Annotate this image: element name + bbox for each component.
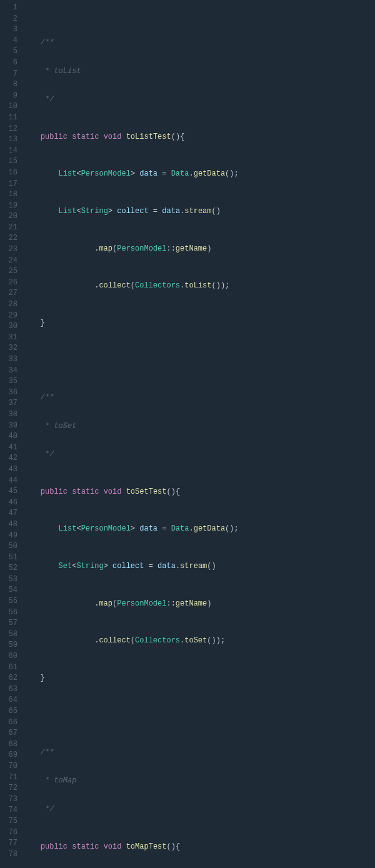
code-line: */ (22, 94, 375, 106)
line-number: 62 (0, 673, 18, 684)
line-number: 26 (0, 277, 18, 289)
code-line: /** (22, 392, 375, 404)
line-number: 42 (0, 453, 18, 464)
line-number: 15 (0, 156, 18, 167)
code-line: public static void toSetTest(){ (22, 487, 375, 498)
code-line: public static void toListTest(){ (22, 132, 375, 143)
line-number: 66 (0, 717, 18, 729)
line-number: 7 (0, 69, 18, 80)
line-number: 51 (0, 552, 18, 564)
line-number: 45 (0, 486, 18, 497)
code-area[interactable]: /** * toList */ public static void toLis… (22, 2, 375, 868)
line-number: 47 (0, 508, 18, 519)
code-line: List<PersonModel> data = Data.getData(); (22, 169, 375, 180)
line-number: 5 (0, 46, 18, 57)
code-line (22, 355, 375, 366)
code-line: */ (22, 449, 375, 461)
line-number: 52 (0, 563, 18, 574)
line-number: 48 (0, 519, 18, 531)
line-number: 12 (0, 124, 18, 135)
line-number: 13 (0, 134, 18, 146)
line-number: 2 (0, 14, 18, 25)
line-number: 59 (0, 640, 18, 651)
line-number: 19 (0, 201, 18, 212)
code-line: List<String> collect = data.stream() (22, 206, 375, 217)
line-number: 53 (0, 574, 18, 586)
code-line: } (22, 673, 375, 684)
line-number: 71 (0, 772, 18, 784)
line-number: 35 (0, 376, 18, 387)
code-line: .collect(Collectors.toSet()); (22, 636, 375, 647)
line-number: 23 (0, 244, 18, 256)
line-number: 8 (0, 79, 18, 91)
line-number: 54 (0, 585, 18, 596)
code-line: * toSet (22, 421, 375, 432)
line-number: 74 (0, 805, 18, 816)
line-number: 56 (0, 607, 18, 619)
line-number: 73 (0, 794, 18, 806)
line-number: 60 (0, 651, 18, 662)
line-number: 69 (0, 750, 18, 761)
line-number: 77 (0, 838, 18, 849)
line-number: 41 (0, 442, 18, 454)
code-line: .map(PersonModel::getName) (22, 244, 375, 255)
line-number: 30 (0, 321, 18, 332)
line-number: 44 (0, 476, 18, 487)
line-number: 36 (0, 387, 18, 399)
line-number: 10 (0, 101, 18, 112)
line-number-gutter: 1234567891011121314151617181920212223242… (0, 2, 22, 868)
line-number: 58 (0, 629, 18, 641)
line-number: 9 (0, 91, 18, 102)
line-number: 16 (0, 167, 18, 179)
line-number: 31 (0, 332, 18, 344)
line-number: 33 (0, 354, 18, 366)
code-line: .collect(Collectors.toList()); (22, 281, 375, 292)
line-number: 32 (0, 343, 18, 354)
line-number: 24 (0, 256, 18, 267)
line-number: 76 (0, 827, 18, 839)
code-line: } (22, 318, 375, 329)
code-line: Set<String> collect = data.stream() (22, 561, 375, 572)
line-number: 61 (0, 662, 18, 674)
line-number: 72 (0, 783, 18, 794)
line-number: 28 (0, 299, 18, 311)
line-number: 43 (0, 464, 18, 476)
line-number: 14 (0, 146, 18, 157)
line-number: 27 (0, 288, 18, 299)
line-number: 37 (0, 398, 18, 409)
line-number: 20 (0, 211, 18, 222)
line-number: 68 (0, 739, 18, 751)
line-number: 55 (0, 596, 18, 607)
code-line: * toMap (22, 776, 375, 787)
code-line: List<PersonModel> data = Data.getData(); (22, 524, 375, 535)
line-number: 57 (0, 618, 18, 629)
line-number: 22 (0, 233, 18, 244)
code-line: /** (22, 747, 375, 759)
line-number: 3 (0, 24, 18, 36)
code-line (22, 710, 375, 721)
code-line: /** (22, 37, 375, 49)
line-number: 11 (0, 112, 18, 124)
line-number: 39 (0, 421, 18, 432)
code-line: * toList (22, 66, 375, 77)
line-number: 64 (0, 695, 18, 706)
code-line: public static void toMapTest(){ (22, 842, 375, 853)
line-number: 46 (0, 497, 18, 509)
line-number: 1 (0, 2, 18, 14)
line-number: 29 (0, 311, 18, 322)
line-number: 40 (0, 431, 18, 442)
code-line: .map(PersonModel::getName) (22, 599, 375, 610)
line-number: 50 (0, 541, 18, 552)
code-editor: 1234567891011121314151617181920212223242… (0, 0, 375, 868)
line-number: 65 (0, 706, 18, 717)
line-number: 78 (0, 849, 18, 861)
line-number: 75 (0, 816, 18, 827)
line-number: 4 (0, 36, 18, 47)
line-number: 38 (0, 409, 18, 421)
line-number: 25 (0, 266, 18, 277)
line-number: 17 (0, 179, 18, 190)
line-number: 67 (0, 728, 18, 739)
line-number: 70 (0, 761, 18, 772)
line-number: 18 (0, 189, 18, 201)
line-number: 34 (0, 366, 18, 377)
